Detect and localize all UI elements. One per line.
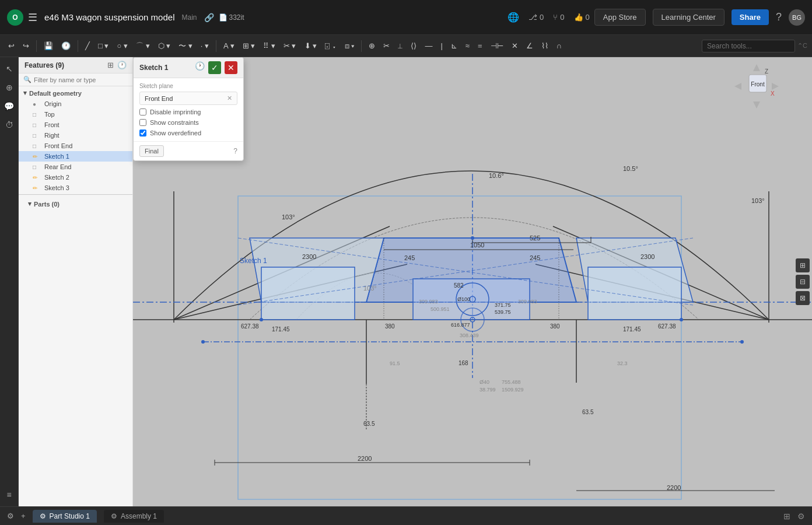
filter-icon[interactable]: ⊞	[107, 61, 114, 69]
polygon-tool[interactable]: ⬡ ▾	[155, 39, 174, 52]
constraint-coincident[interactable]: ⊕	[365, 39, 379, 52]
right-panel-btn-3[interactable]: ⊠	[796, 291, 810, 305]
view-cube[interactable]: Front Z X	[733, 63, 780, 110]
view-cube-svg: Front Z X	[733, 63, 780, 110]
sketch-ok-button[interactable]: ✓	[208, 61, 221, 74]
constraint-vertical[interactable]: |	[437, 39, 446, 52]
svg-line-7	[553, 226, 769, 320]
part-studio-icon: ⚙	[40, 512, 46, 520]
svg-marker-85	[772, 83, 779, 90]
rectangle-tool[interactable]: □ ▾	[94, 39, 112, 52]
constraint-fix[interactable]: ✕	[508, 39, 522, 52]
svg-point-77	[471, 236, 474, 240]
avatar[interactable]: BG	[789, 9, 805, 26]
constraint-distance[interactable]: ⌇⌇	[538, 39, 552, 52]
hamburger-menu[interactable]: ☰	[28, 11, 37, 24]
right-panel-btn-1[interactable]: ⊞	[796, 258, 810, 272]
comment-tool[interactable]: 💬	[2, 99, 16, 113]
bottom-settings-button[interactable]: ⚙	[797, 512, 805, 521]
feature-search: 🔍	[19, 74, 132, 86]
app-store-button[interactable]: App Store	[594, 9, 646, 26]
nav-stats: ⎇ 0 ⑂ 0 👍 0	[528, 13, 590, 22]
tab-assembly[interactable]: ⚙ Assembly 1	[104, 510, 164, 523]
feature-panel-icons: ⊞ 🕐	[107, 61, 127, 69]
feature-item-sketch1[interactable]: ✏ Sketch 1	[19, 151, 132, 162]
feature-item-right[interactable]: □ Right	[19, 130, 132, 141]
search-tools-input[interactable]	[702, 40, 795, 52]
text-tool[interactable]: A ▾	[220, 39, 238, 52]
commits-stat: ⎇ 0	[528, 13, 544, 22]
sketch-popup: Sketch 1 🕐 ✓ ✕ Sketch plane Front End ✕ …	[133, 57, 244, 161]
constraint-arc[interactable]: ∩	[553, 39, 565, 52]
sketch-plane-clear[interactable]: ✕	[227, 94, 232, 102]
tab-part-studio[interactable]: ⚙ Part Studio 1	[33, 510, 97, 523]
svg-text:539.75: 539.75	[495, 309, 511, 315]
constraint-parallel[interactable]: ⟨⟩	[407, 39, 420, 52]
list-tool[interactable]: ≡	[4, 488, 13, 502]
feature-item-origin[interactable]: ● Origin	[19, 99, 132, 109]
svg-text:168: 168	[459, 360, 468, 366]
redo-button[interactable]: ↪	[19, 39, 33, 52]
constraint-tangent[interactable]: ≈	[462, 39, 473, 52]
svg-text:171.45: 171.45	[623, 326, 641, 332]
share-button[interactable]: Share	[732, 9, 769, 25]
sketch-plane-value: Front End	[145, 95, 173, 102]
learning-center-button[interactable]: Learning Center	[653, 9, 724, 26]
feature-item-rear-end[interactable]: □ Rear End	[19, 162, 132, 172]
sketch-popup-title: Sketch 1	[139, 64, 168, 72]
svg-text:10.6°: 10.6°	[489, 172, 504, 179]
default-geometry-header[interactable]: ▾ Default geometry	[19, 88, 132, 99]
line-tool[interactable]: ╱	[82, 39, 93, 52]
constraint-symmetric[interactable]: ⊣⊢	[487, 39, 507, 52]
feature-item-sketch2[interactable]: ✏ Sketch 2	[19, 172, 132, 183]
constraint-equal[interactable]: =	[474, 39, 486, 52]
disable-imprinting-checkbox[interactable]	[139, 108, 146, 116]
feature-item-front-end[interactable]: □ Front End	[19, 141, 132, 151]
popup-help-icon[interactable]: ?	[233, 147, 237, 155]
file-label[interactable]: 📄 332it	[219, 13, 244, 22]
clock-icon[interactable]: 🕐	[117, 61, 127, 69]
add-tab-button[interactable]: +	[21, 512, 26, 520]
project-tool[interactable]: ⬇ ▾	[301, 39, 321, 52]
toolbar-separator-4	[361, 40, 362, 52]
split-tool[interactable]: ⌺ ▾	[321, 39, 340, 52]
select-tool[interactable]: ↖	[4, 62, 15, 76]
measure-tool[interactable]: ⏱	[3, 118, 16, 132]
feature-item-front[interactable]: □ Front	[19, 120, 132, 130]
sketch-plane-selector[interactable]: Front End ✕	[139, 92, 237, 105]
show-overdefined-checkbox[interactable]	[139, 130, 146, 136]
point-tool[interactable]: · ▾	[197, 39, 212, 52]
sketch-popup-actions: 🕐 ✓ ✕	[195, 61, 237, 74]
save-button[interactable]: 💾	[40, 39, 57, 52]
show-constraints-checkbox[interactable]	[139, 119, 146, 126]
spline-tool[interactable]: 〜 ▾	[175, 38, 196, 54]
help-button[interactable]: ?	[776, 11, 782, 23]
wrap-tool[interactable]: ⧈ ▾	[341, 39, 358, 53]
constraint-tools[interactable]: ✂	[380, 39, 393, 52]
final-button[interactable]: Final	[139, 145, 164, 157]
sketch-timer-icon[interactable]: 🕐	[195, 61, 205, 74]
svg-text:380: 380	[550, 323, 560, 330]
constraint-angle[interactable]: ∠	[523, 39, 537, 52]
pattern-tool[interactable]: ⠿ ▾	[260, 39, 279, 52]
undo-button[interactable]: ↩	[5, 39, 18, 52]
circle-tool[interactable]: ○ ▾	[113, 39, 131, 52]
history-button[interactable]: 🕐	[58, 39, 74, 52]
dimension-tool[interactable]: ⊕	[4, 80, 15, 94]
constraint-midpoint[interactable]: ⟂	[394, 39, 406, 52]
grid-button[interactable]: ⊞	[783, 512, 790, 521]
sketch-cancel-button[interactable]: ✕	[225, 61, 237, 74]
feature-item-top[interactable]: □ Top	[19, 109, 132, 120]
settings-icon[interactable]: ⚙	[7, 512, 14, 520]
globe-icon[interactable]: 🌐	[508, 12, 519, 23]
parts-header[interactable]: ▾ Parts (0)	[23, 198, 128, 209]
image-tool[interactable]: ⊞ ▾	[239, 39, 259, 52]
constraint-perpendicular[interactable]: ⊾	[447, 39, 461, 52]
right-panel-btn-2[interactable]: ⊟	[796, 275, 810, 289]
show-constraints-label: Show constraints	[150, 119, 199, 126]
feature-filter-input[interactable]	[34, 76, 128, 83]
arc-tool[interactable]: ⌒ ▾	[132, 38, 153, 54]
trim-tool[interactable]: ✂ ▾	[280, 39, 300, 52]
feature-item-sketch3[interactable]: ✏ Sketch 3	[19, 183, 132, 193]
constraint-horizontal[interactable]: —	[421, 39, 436, 52]
